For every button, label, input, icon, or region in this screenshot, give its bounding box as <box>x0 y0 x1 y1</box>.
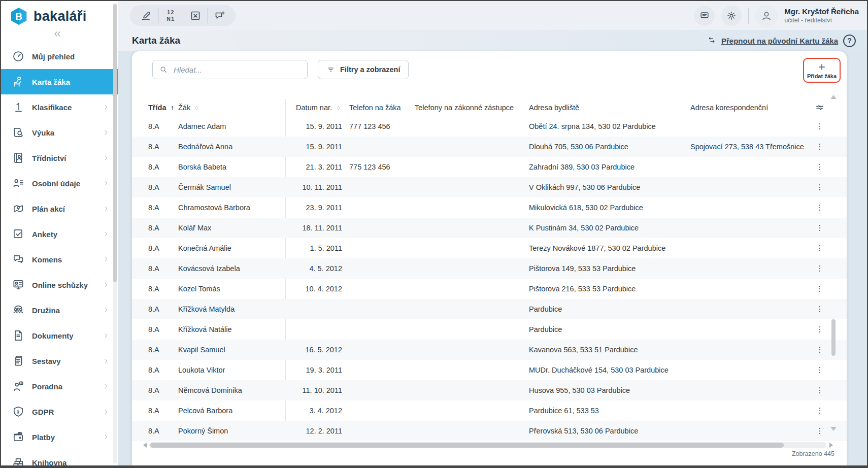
teaching-book-icon <box>12 126 25 139</box>
chevron-right-icon <box>103 332 110 339</box>
absence-entry-button[interactable] <box>183 8 207 23</box>
row-menu-button[interactable] <box>813 360 826 380</box>
column-header-adresa-korespondencni[interactable]: Adresa korespondenční <box>690 99 768 116</box>
sidebar-item-osobn-daje[interactable]: Osobní údaje <box>1 171 118 196</box>
table-row[interactable]: 8.APelcová Barbora3. 4. 2012Pardubice 61… <box>132 400 847 421</box>
search-input[interactable] <box>173 65 301 75</box>
switch-to-original-link[interactable]: Přepnout na původní Kartu žáka <box>721 37 838 45</box>
settings-button[interactable] <box>721 6 742 26</box>
sidebar-item-platby[interactable]: Platby <box>1 424 118 450</box>
horizontal-scrollbar-track[interactable] <box>149 442 826 448</box>
table-row[interactable]: 8.APokorný Šimon12. 2. 2011Přerovská 513… <box>132 421 847 441</box>
chevron-right-icon <box>103 383 110 390</box>
sidebar-item-sestavy[interactable]: Sestavy <box>1 348 118 374</box>
sidebar-item-t-dnictv-[interactable]: Třídnictví <box>1 145 118 171</box>
app-window: B bakaláři Můj přehledKarta žákaKlasifik… <box>0 0 868 468</box>
column-header-adresa-bydliste[interactable]: Adresa bydliště <box>529 99 579 116</box>
cell-adresa-bydliste: K Pustinám 34, 530 02 Pardubice <box>529 218 639 238</box>
row-menu-button[interactable] <box>813 238 826 258</box>
sidebar-item-ankety[interactable]: Ankety <box>1 221 118 247</box>
cell-zak: Chramostová Barbora <box>178 197 250 218</box>
row-menu-button[interactable] <box>813 157 826 177</box>
sidebar-scrollbar[interactable] <box>113 3 117 463</box>
cell-datum-nar: 1. 5. 2011 <box>274 238 342 258</box>
sidebar-item-pl-n-akc-[interactable]: Plán akcí <box>1 196 118 221</box>
vertical-scroll-up-arrow[interactable] <box>830 95 837 99</box>
table-row[interactable]: 8.AKřížková MatyldaPardubice <box>132 299 847 319</box>
user-info[interactable]: Mgr. Kryštof Řeřicha učitel - ředitelstv… <box>784 7 859 25</box>
table-row[interactable]: 8.AChramostová Barbora23. 9. 2011Mikulov… <box>132 197 847 218</box>
table-row[interactable]: 8.AKonečná Amálie1. 5. 2011Terezy Nováko… <box>132 238 847 258</box>
table-row[interactable]: 8.AČermák Samuel10. 11. 2011V Oklikách 9… <box>132 177 847 197</box>
page-header: Karta žáka Přepnout na původní Kartu žák… <box>118 30 867 51</box>
table-row[interactable]: 8.AKovácsová Izabela4. 5. 2012Pištorova … <box>132 258 847 279</box>
kebab-menu-icon <box>815 386 824 395</box>
filters-button[interactable]: Filtry a zobrazení <box>318 60 409 79</box>
row-menu-button[interactable] <box>813 279 826 299</box>
row-menu-button[interactable] <box>813 258 826 279</box>
grades-entry-button[interactable]: 12 N1 <box>158 8 183 23</box>
sidebar-item-online-sch-zky[interactable]: Online schůzky <box>1 272 118 297</box>
table-row[interactable]: 8.AKřížková NatáliePardubice <box>132 319 847 340</box>
help-button[interactable]: ? <box>843 35 856 47</box>
table-row[interactable]: 8.ANěmcová Dominika11. 10. 2011Husova 95… <box>132 380 847 400</box>
table-row[interactable]: 8.AKozel Tomás10. 4. 2012Pištorova 216, … <box>132 279 847 299</box>
horizontal-scroll-right-arrow[interactable] <box>829 443 833 448</box>
sidebar-item-dokumenty[interactable]: Dokumenty <box>1 323 118 348</box>
row-menu-button[interactable] <box>813 380 826 400</box>
row-menu-button[interactable] <box>813 340 826 360</box>
sidebar-nav: Můj přehledKarta žákaKlasifikaceVýukaTří… <box>1 44 118 468</box>
kebab-menu-icon <box>815 365 824 375</box>
row-menu-button[interactable] <box>813 137 826 157</box>
sidebar-item-label: Můj přehled <box>32 52 110 61</box>
vertical-scrollbar-thumb[interactable] <box>831 319 836 356</box>
avatar[interactable] <box>755 5 778 27</box>
add-student-button[interactable]: Přidat žáka <box>803 58 841 83</box>
new-message-button[interactable] <box>207 8 231 23</box>
column-header-trida[interactable]: Třída <box>148 99 176 116</box>
table-row[interactable]: 8.ALoukota Viktor19. 3. 2011MUDr. Ducháč… <box>132 360 847 380</box>
brand-logo[interactable]: B bakaláři <box>9 7 86 26</box>
library-icon <box>12 456 25 468</box>
column-header-telefon-zaka[interactable]: Telefon na žáka <box>349 99 401 116</box>
table-row[interactable]: 8.AKvapil Samuel16. 5. 2012Kavanova 563,… <box>132 340 847 360</box>
sidebar-item-klasifikace[interactable]: Klasifikace <box>1 94 118 120</box>
cell-datum-nar: 15. 9. 2011 <box>274 116 342 137</box>
sidebar-item-dru-ina[interactable]: Družina <box>1 297 118 323</box>
row-menu-button[interactable] <box>813 299 826 319</box>
edit-entry-button[interactable] <box>134 8 158 23</box>
table-row[interactable]: 8.ABorská Babeta21. 3. 2011775 123 456Za… <box>132 157 847 177</box>
sidebar-collapse-button[interactable] <box>1 29 114 39</box>
row-menu-button[interactable] <box>813 319 826 340</box>
sidebar-item-v-uka[interactable]: Výuka <box>1 120 118 145</box>
row-menu-button[interactable] <box>813 177 826 197</box>
cell-zak: Křížková Matylda <box>178 299 235 319</box>
row-menu-button[interactable] <box>813 421 826 441</box>
sidebar-item-m-j-p-ehled[interactable]: Můj přehled <box>1 44 118 69</box>
sidebar-item-gdpr[interactable]: §GDPR <box>1 399 118 424</box>
column-header-zak[interactable]: Žák <box>178 99 200 116</box>
column-header-telefony-zastupce[interactable]: Telefony na zákonné zástupce <box>415 99 514 116</box>
column-header-datum-nar[interactable]: Datum nar. <box>277 99 342 116</box>
row-menu-button[interactable] <box>813 400 826 421</box>
absence-x-box-icon <box>189 10 202 22</box>
cell-trida: 8.A <box>148 299 159 319</box>
vertical-scroll-down-arrow[interactable] <box>830 427 837 431</box>
sidebar-item-poradna[interactable]: Poradna <box>1 374 118 399</box>
row-menu-button[interactable] <box>813 218 826 238</box>
horizontal-scroll-left-arrow[interactable] <box>143 443 147 448</box>
table-row[interactable]: 8.ABednářová Anna15. 9. 2011Dlouhá 705, … <box>132 137 847 157</box>
horizontal-scrollbar-thumb[interactable] <box>150 443 784 448</box>
cell-datum-nar: 23. 9. 2011 <box>274 197 342 218</box>
row-menu-button[interactable] <box>813 197 826 218</box>
messages-button[interactable] <box>694 6 715 26</box>
sidebar-item-knihovna[interactable]: Knihovna <box>1 450 118 468</box>
column-settings-button[interactable] <box>812 99 827 116</box>
sidebar-item-karta-ka[interactable]: Karta žáka <box>1 69 118 94</box>
sidebar-scrollbar-thumb[interactable] <box>113 4 117 282</box>
table-row[interactable]: 8.AKolář Max18. 11. 2011K Pustinám 34, 5… <box>132 218 847 238</box>
grade-one-icon <box>12 101 25 114</box>
row-menu-button[interactable] <box>813 116 826 137</box>
table-row[interactable]: 8.AAdamec Adam15. 9. 2011777 123 456Obět… <box>132 116 847 137</box>
sidebar-item-komens[interactable]: Komens <box>1 247 118 272</box>
